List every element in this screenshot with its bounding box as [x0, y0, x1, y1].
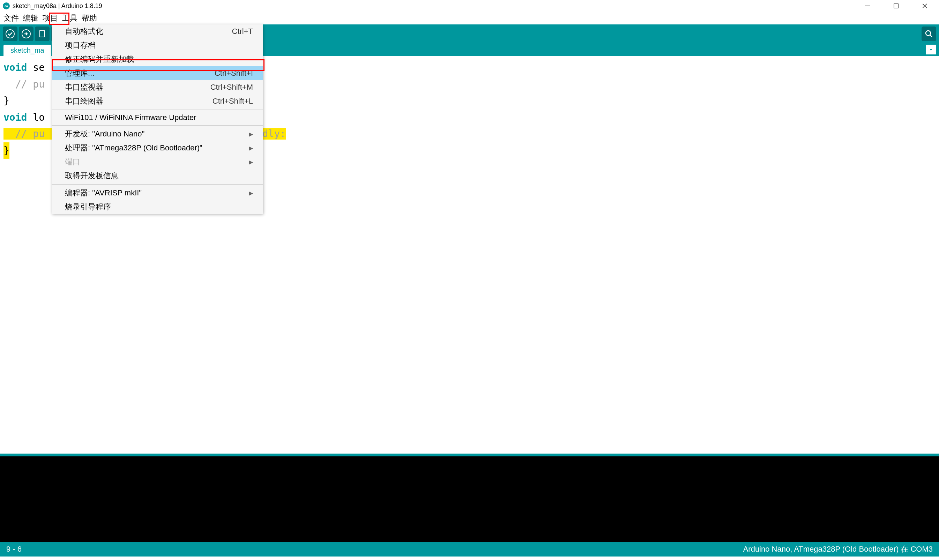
status-bar: 9 - 6 Arduino Nano, ATmega328P (Old Boot… [0, 542, 939, 557]
menu-port: 端口 ▶ [52, 155, 263, 169]
maximize-button[interactable] [882, 0, 910, 12]
menu-bar: 文件 编辑 项目 工具 帮助 [0, 12, 939, 25]
arduino-icon [3, 2, 10, 9]
chevron-right-icon: ▶ [249, 159, 253, 165]
title-bar: sketch_may08a | Arduino 1.8.19 [0, 0, 939, 12]
console-divider [0, 454, 939, 456]
new-button[interactable] [35, 26, 49, 41]
menu-help[interactable]: 帮助 [80, 12, 99, 25]
menu-wifi-firmware-updater[interactable]: WiFi101 / WiFiNINA Firmware Updater [52, 111, 263, 124]
menu-shortcut: Ctrl+Shift+L [212, 97, 253, 106]
menu-shortcut: Ctrl+Shift+M [211, 83, 253, 92]
window-title: sketch_may08a | Arduino 1.8.19 [12, 2, 102, 10]
menu-separator [52, 109, 263, 110]
menu-label: 处理器: "ATmega328P (Old Bootloader)" [65, 143, 202, 153]
menu-archive-sketch[interactable]: 项目存档 [52, 38, 263, 52]
minimize-button[interactable] [853, 0, 882, 12]
chevron-right-icon: ▶ [249, 190, 253, 197]
window-controls [853, 0, 939, 12]
svg-point-4 [6, 30, 14, 38]
chevron-right-icon: ▶ [249, 145, 253, 151]
menu-fix-encoding[interactable]: 修正编码并重新加载 [52, 52, 263, 66]
menu-label: 编程器: "AVRISP mkII" [65, 188, 142, 198]
verify-button[interactable] [3, 26, 17, 41]
menu-processor[interactable]: 处理器: "ATmega328P (Old Bootloader)" ▶ [52, 141, 263, 155]
menu-auto-format[interactable]: 自动格式化 Ctrl+T [52, 25, 263, 38]
serial-monitor-button[interactable] [922, 26, 936, 41]
svg-point-7 [926, 31, 931, 35]
close-button[interactable] [910, 0, 939, 12]
menu-label: 串口绘图器 [65, 96, 103, 106]
menu-edit[interactable]: 编辑 [21, 12, 40, 25]
menu-manage-libraries[interactable]: 管理库... Ctrl+Shift+I [52, 66, 263, 80]
tools-dropdown-menu: 自动格式化 Ctrl+T 项目存档 修正编码并重新加载 管理库... Ctrl+… [52, 25, 263, 214]
upload-button[interactable] [19, 26, 34, 41]
menu-separator [52, 125, 263, 126]
svg-rect-1 [894, 4, 898, 8]
menu-file[interactable]: 文件 [2, 12, 21, 25]
tab-label: sketch_ma [11, 46, 44, 54]
console-output [0, 456, 939, 542]
menu-tools[interactable]: 工具 [60, 12, 80, 25]
menu-label: 端口 [65, 157, 80, 167]
menu-label: 取得开发板信息 [65, 171, 119, 181]
menu-serial-plotter[interactable]: 串口绘图器 Ctrl+Shift+L [52, 94, 263, 108]
menu-get-board-info[interactable]: 取得开发板信息 [52, 169, 263, 183]
menu-label: 项目存档 [65, 40, 95, 51]
menu-burn-bootloader[interactable]: 烧录引导程序 [52, 200, 263, 214]
menu-shortcut: Ctrl+Shift+I [215, 69, 253, 78]
menu-label: WiFi101 / WiFiNINA Firmware Updater [65, 113, 197, 122]
sketch-tab[interactable]: sketch_ma [3, 45, 51, 56]
menu-board[interactable]: 开发板: "Arduino Nano" ▶ [52, 127, 263, 141]
menu-label: 自动格式化 [65, 26, 103, 37]
menu-serial-monitor[interactable]: 串口监视器 Ctrl+Shift+M [52, 80, 263, 94]
svg-line-8 [930, 35, 932, 37]
menu-programmer[interactable]: 编程器: "AVRISP mkII" ▶ [52, 186, 263, 200]
tab-dropdown-button[interactable] [926, 45, 936, 54]
menu-label: 烧录引导程序 [65, 202, 111, 212]
status-cursor-position: 9 - 6 [6, 545, 22, 554]
menu-separator [52, 184, 263, 185]
menu-label: 串口监视器 [65, 82, 103, 92]
menu-sketch[interactable]: 项目 [40, 12, 60, 25]
menu-shortcut: Ctrl+T [232, 27, 253, 36]
menu-label: 管理库... [65, 68, 94, 78]
menu-label: 修正编码并重新加载 [65, 54, 134, 65]
chevron-right-icon: ▶ [249, 131, 253, 137]
menu-label: 开发板: "Arduino Nano" [65, 129, 145, 139]
svg-rect-6 [40, 31, 45, 37]
status-board-info: Arduino Nano, ATmega328P (Old Bootloader… [743, 544, 933, 554]
